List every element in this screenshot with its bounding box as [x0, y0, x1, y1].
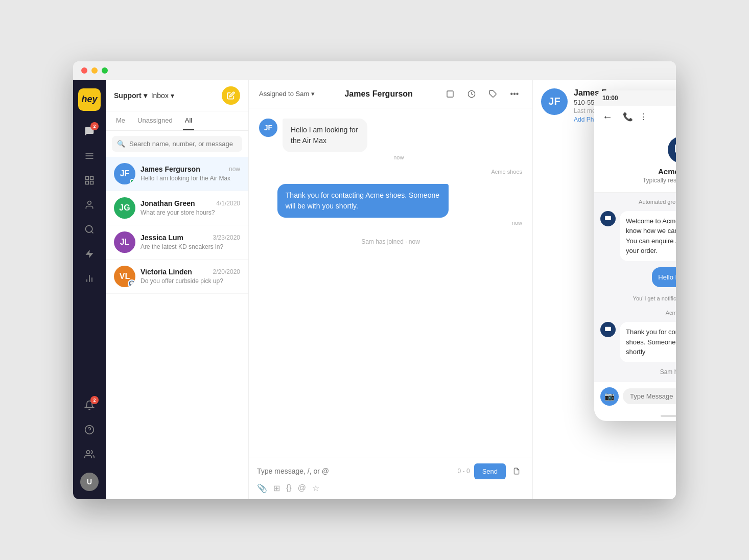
app-logo: hey	[78, 88, 101, 111]
mobile-message-bubble: Welcome to Acme Shoes. Let us know how w…	[620, 211, 676, 261]
mobile-message-text: Thank you for contacting Acme shoes. Som…	[626, 328, 676, 356]
chat-area: Assigned to Sam ▾ James Fergurson	[249, 80, 533, 499]
list-item[interactable]: VL 💬 Victoria Linden 2/20/2020 Do you of…	[106, 260, 248, 294]
attachment-icon[interactable]: 📎	[257, 483, 267, 493]
svg-marker-10	[86, 249, 93, 258]
clock-button[interactable]	[464, 86, 479, 102]
sidebar-item-team[interactable]	[79, 444, 100, 464]
mobile-message-bubble: Hello I am looking for the Air Max	[652, 267, 676, 288]
tab-all[interactable]: All	[183, 111, 194, 130]
close-dot[interactable]	[81, 67, 87, 74]
search-input[interactable]	[129, 140, 237, 148]
expand-button[interactable]	[442, 86, 458, 102]
more-button[interactable]: •••	[507, 86, 522, 102]
search-box: 🔍	[112, 136, 242, 152]
avatar: JL	[114, 231, 135, 253]
avatar: JF	[114, 163, 135, 184]
user-avatar[interactable]: U	[80, 473, 99, 491]
list-item[interactable]: JG Jonathan Green 4/1/2020 What are your…	[106, 191, 248, 225]
mobile-message-text: Welcome to Acme Shoes. Let us know how w…	[626, 217, 676, 255]
sidebar-item-bell[interactable]: 2	[79, 395, 100, 415]
maximize-dot[interactable]	[102, 67, 108, 74]
message-input[interactable]	[257, 467, 458, 475]
notes-button[interactable]	[509, 463, 524, 479]
inbox-button[interactable]: Inbox ▾	[151, 91, 174, 100]
minimize-dot[interactable]	[91, 67, 98, 74]
sidebar-item-grid[interactable]	[79, 170, 100, 191]
mobile-messages: Automated greeting • Acme shoes Welcome …	[594, 193, 676, 382]
chat-input-area: 0 - 0 Send 📎 ⊞ {} @ ☆	[249, 457, 532, 499]
svg-rect-4	[90, 176, 93, 179]
sidebar-item-chat[interactable]: 2	[79, 121, 100, 142]
svg-point-16	[86, 450, 90, 454]
list-item[interactable]: JL Jessica Lum 3/23/2020 Are the latest …	[106, 225, 248, 260]
conversation-info: Jonathan Green 4/1/2020 What are your st…	[141, 199, 240, 216]
mobile-header-icons: 📞 ⋮	[623, 112, 647, 122]
table-icon[interactable]: ⊞	[273, 483, 280, 493]
more-icon[interactable]: ⋮	[639, 112, 647, 122]
tab-unassigned[interactable]: Unassigned	[135, 111, 175, 130]
message-time: now	[229, 166, 240, 173]
sidebar-item-search[interactable]	[79, 219, 100, 240]
mobile-message-row: Thank you for contacting Acme shoes. Som…	[600, 322, 676, 362]
message-text: Hello I am looking for the Air Max	[291, 126, 358, 145]
char-count: 0 - 0	[458, 468, 470, 475]
message-time: 3/23/2020	[213, 234, 240, 241]
conversation-list: Support ▾ Inbox ▾ Me Unas	[106, 80, 249, 499]
svg-line-9	[91, 231, 93, 233]
phone-icon[interactable]: 📞	[623, 112, 633, 122]
contact-name: Jonathan Green	[141, 199, 195, 207]
sidebar-item-list[interactable]	[79, 146, 100, 166]
conversation-list-header: Support ▾ Inbox ▾	[106, 80, 248, 111]
back-button[interactable]: ←	[602, 111, 613, 123]
message-row: JF Hello I am looking for the Air Max no…	[259, 119, 522, 160]
sidebar-item-help[interactable]	[79, 419, 100, 440]
company-avatar	[600, 322, 616, 337]
mobile-message-text: Hello I am looking for the Air Max	[658, 273, 676, 281]
svg-rect-5	[86, 181, 89, 184]
avatar: VL 💬	[114, 266, 135, 287]
online-indicator	[130, 179, 135, 184]
avatar-initials: JF	[120, 169, 130, 178]
message-avatar: JF	[259, 119, 277, 137]
code-icon[interactable]: {}	[286, 483, 292, 493]
camera-button[interactable]: 📷	[600, 387, 619, 406]
mobile-message-input[interactable]	[623, 388, 676, 404]
sidebar-item-contacts[interactable]	[79, 195, 100, 215]
app-container: hey 2	[73, 80, 676, 499]
search-icon: 🔍	[117, 140, 125, 148]
bell-badge: 2	[90, 396, 99, 404]
send-button[interactable]: Send	[474, 463, 506, 479]
chat-toolbar: 📎 ⊞ {} @ ☆	[257, 483, 524, 493]
message-bubble: Thank you for contacting Acme shoes. Som…	[277, 184, 449, 218]
mobile-header: ← 📞 ⋮	[594, 106, 676, 128]
contact-avatar: JF	[541, 88, 568, 115]
sidebar-item-bolt[interactable]	[79, 244, 100, 264]
message-time: now	[277, 220, 522, 226]
conversation-info: James Fergurson now Hello I am looking f…	[141, 165, 240, 182]
automated-label: Automated greeting • Acme shoes	[600, 199, 676, 205]
home-indicator	[661, 415, 676, 417]
system-text: Sam has joined · now	[361, 238, 420, 245]
conversation-info: Victoria Linden 2/20/2020 Do you offer c…	[141, 268, 240, 285]
support-button[interactable]: Support ▾	[114, 91, 147, 100]
avatar-initials: VL	[120, 272, 130, 281]
svg-rect-17	[447, 91, 453, 97]
avatar: JG	[114, 197, 135, 219]
star-icon[interactable]: ☆	[312, 483, 319, 493]
mobile-company-info: Acme Shoes Typically responds in 5 mins	[594, 128, 676, 193]
company-subtitle: Typically responds in 5 mins	[643, 177, 676, 184]
message-bubble: Hello I am looking for the Air Max	[283, 119, 367, 152]
sidebar: hey 2	[73, 80, 106, 499]
label-button[interactable]	[485, 86, 501, 102]
compose-button[interactable]	[222, 86, 240, 105]
sidebar-item-chart[interactable]	[79, 268, 100, 289]
assigned-chevron: ▾	[311, 90, 315, 98]
message-preview: What are your store hours?	[141, 209, 240, 216]
mention-icon[interactable]: @	[298, 483, 306, 493]
tab-me[interactable]: Me	[114, 111, 127, 130]
list-item[interactable]: JF James Fergurson now Hello I am lookin…	[106, 157, 248, 191]
system-message: Sam has joined · now	[259, 234, 522, 249]
assigned-button[interactable]: Assigned to Sam ▾	[259, 90, 315, 98]
message-preview: Hello I am looking for the Air Max	[141, 175, 240, 182]
